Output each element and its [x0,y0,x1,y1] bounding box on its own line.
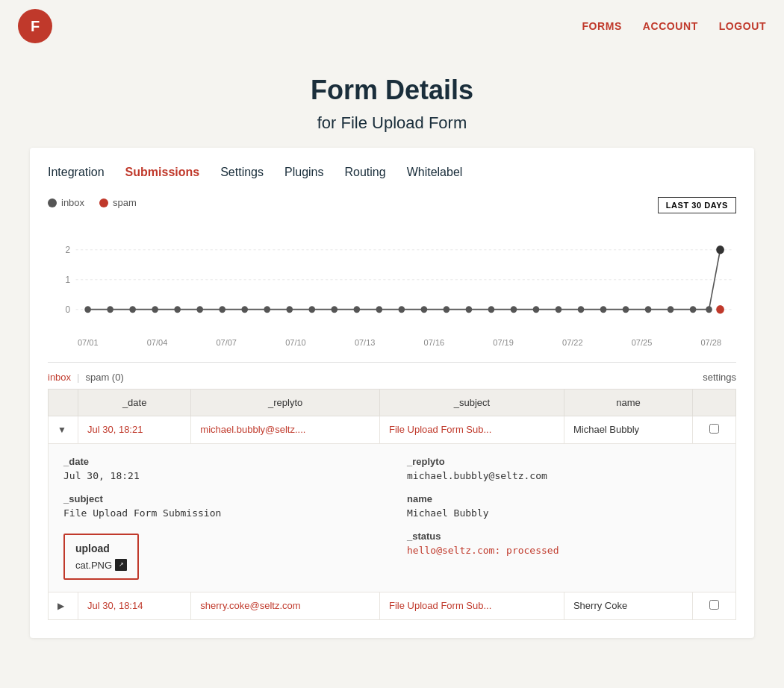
nav-logout[interactable]: LOGOUT [719,20,766,32]
expand-button[interactable]: ▶ [57,601,64,611]
col-subject: _subject [380,390,564,416]
settings-link[interactable]: settings [703,372,736,383]
replyto-value: michael.bubbly@seltz.com [407,470,721,481]
chart-container: 0 1 2 [48,216,736,335]
svg-text:1: 1 [65,275,70,285]
svg-point-16 [309,306,316,313]
nav-forms[interactable]: FORMS [582,20,621,32]
row-date: Jul 30, 18:14 [78,592,191,620]
header: F FORMS ACCOUNT LOGOUT [0,0,784,52]
row-checkbox[interactable] [709,600,719,610]
last30-button[interactable]: LAST 30 DAYS [658,197,736,213]
date-label-3: 07/10 [285,338,306,347]
field-replyto: _replyto michael.bubbly@seltz.com [407,456,721,481]
legend-spam-dot [99,198,108,207]
file-icon: ↗ [115,559,127,571]
svg-point-12 [219,306,225,313]
table-row: ▶ Jul 30, 18:14 sherry.coke@seltz.com Fi… [49,592,736,620]
col-replyto: _replyto [191,390,380,416]
row-name: Sherry Coke [564,592,692,620]
svg-point-28 [578,306,585,313]
date-label-6: 07/19 [493,338,514,347]
svg-point-9 [152,306,158,313]
logo: F [18,9,52,43]
svg-text:2: 2 [65,245,70,255]
row-toggle-cell[interactable]: ▶ [49,592,78,620]
row-name: Michael Bubbly [564,416,692,444]
svg-point-34 [706,306,712,313]
date-label-4: 07/13 [355,338,376,347]
tab-submissions[interactable]: Submissions [125,166,200,182]
replyto-link[interactable]: michael.bubbly@seltz.... [200,424,305,435]
tab-plugins[interactable]: Plugins [284,166,323,182]
svg-point-10 [174,306,181,313]
svg-point-11 [196,306,203,313]
col-toggle [49,390,78,416]
name-value: Michael Bubbly [407,507,721,519]
nav: FORMS ACCOUNT LOGOUT [582,20,766,32]
svg-point-21 [421,306,428,313]
tab-settings[interactable]: Settings [220,166,264,182]
tab-whitelabel[interactable]: Whitelabel [407,166,463,182]
row-date: Jul 30, 18:21 [78,416,191,444]
inbox-link[interactable]: inbox [48,372,71,383]
inbox-spam-bar: inbox | spam (0) settings [48,362,736,389]
svg-point-29 [600,306,607,313]
field-date: _date Jul 30, 18:21 [63,456,377,481]
row-subject: File Upload Form Sub... [380,592,564,620]
tab-routing[interactable]: Routing [344,166,385,182]
row-replyto: sherry.coke@seltz.com [191,592,380,620]
svg-point-26 [533,306,540,313]
date-label-1: 07/04 [147,338,168,347]
page-title: Form Details [0,75,784,106]
col-name: name [564,390,692,416]
date-label-2: 07/07 [216,338,237,347]
subject-label: _subject [63,493,377,504]
chart-dates: 07/01 07/04 07/07 07/10 07/13 07/16 07/1… [48,335,736,347]
date-label-9: 07/28 [700,338,721,347]
chart-legend: inbox spam [48,197,736,208]
nav-account[interactable]: ACCOUNT [643,20,698,32]
field-grid: _date Jul 30, 18:21 _replyto michael.bub… [63,456,721,580]
svg-point-25 [511,306,517,313]
expand-button[interactable]: ▼ [57,425,66,435]
field-subject: _subject File Upload Form Submission [63,493,377,519]
col-date: _date [78,390,191,416]
svg-point-24 [488,306,495,313]
date-label-5: 07/16 [424,338,445,347]
col-checkbox [693,390,736,416]
date-value: Jul 30, 18:21 [63,470,377,481]
page-title-section: Form Details for File Upload Form [0,52,784,148]
status-label: _status [407,531,721,542]
legend-inbox-dot [48,198,57,207]
row-checkbox-cell[interactable] [693,592,736,620]
table-header-row: _date _replyto _subject name [49,390,736,416]
row-checkbox-cell[interactable] [693,416,736,444]
row-subject: File Upload Form Sub... [380,416,564,444]
field-name: name Michael Bubbly [407,493,721,519]
subject-value: File Upload Form Submission [63,507,377,519]
svg-point-15 [286,306,293,313]
row-checkbox[interactable] [709,424,719,434]
replyto-link[interactable]: sherry.coke@seltz.com [200,600,300,611]
svg-point-6 [84,306,91,313]
file-link[interactable]: cat.PNG ↗ [75,559,127,571]
submissions-table: _date _replyto _subject name ▼ Jul 30, 1… [48,389,736,620]
svg-point-27 [556,306,562,313]
svg-point-32 [668,306,674,313]
replyto-label: _replyto [407,456,721,467]
tabs-container: Integration Submissions Settings Plugins… [48,166,736,182]
row-toggle-cell[interactable]: ▼ [49,416,78,444]
legend-inbox-label: inbox [61,197,84,208]
date-label-7: 07/22 [562,338,583,347]
table-row: ▼ Jul 30, 18:21 michael.bubbly@seltz....… [49,416,736,444]
legend-inbox: inbox [48,197,84,208]
svg-point-33 [690,306,697,313]
svg-text:0: 0 [65,304,70,315]
date-label-8: 07/25 [632,338,653,347]
expanded-detail-row: _date Jul 30, 18:21 _replyto michael.bub… [49,444,736,592]
svg-point-7 [107,306,113,313]
tab-integration[interactable]: Integration [48,166,105,182]
expanded-detail-cell: _date Jul 30, 18:21 _replyto michael.bub… [49,444,736,592]
field-status: _status hello@seltz.com: processed [407,531,721,580]
